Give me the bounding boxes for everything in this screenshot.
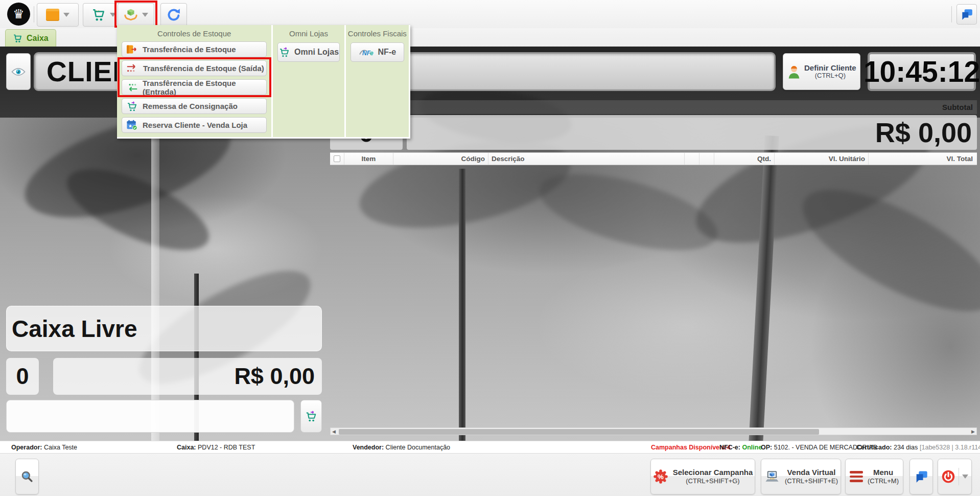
menu-item-label: NF-e: [378, 48, 396, 57]
column-header-spacer1: [685, 153, 699, 165]
menu-item-transferencia-estoque[interactable]: Transferência de Estoque: [122, 41, 267, 57]
toolbar-divider: [951, 6, 952, 22]
status-operator: Operador: Caixa Teste: [11, 444, 77, 451]
dropdown-column-stock: Controles de Estoque Transferência de Es…: [117, 25, 271, 137]
menu-item-reserva-cliente[interactable]: Reserva Cliente - Venda Loja: [122, 117, 267, 133]
cart-icon: [13, 34, 22, 43]
calendar-check-icon: [126, 120, 138, 130]
status-nfce: NFC-e: Online: [719, 444, 762, 451]
sale-subtotal-value: R$ 0,00: [407, 115, 977, 150]
button-divider: [959, 468, 959, 485]
menu-item-label: Transfêrencia de Estoque (Saída): [143, 64, 264, 73]
virtual-sale-label: Venda Virtual: [787, 468, 836, 477]
dropdown-column-omni: Omni Lojas Omni Lojas: [273, 25, 344, 137]
status-operator-value: Caixa Teste: [44, 444, 77, 451]
hands-box-icon: [124, 8, 138, 21]
define-client-button[interactable]: Definir Cliente (CTRL+Q): [783, 53, 860, 90]
column-label: Código: [461, 155, 485, 163]
column-header-vl-unitario[interactable]: Vl. Unitário: [775, 153, 869, 165]
status-version: [1abe5328 | 3.18.r11454.0]: [920, 444, 980, 451]
column-label: Item: [362, 155, 376, 163]
menu-button[interactable]: Menu (CTRL+M): [845, 459, 903, 494]
left-item-count: 0: [6, 358, 39, 395]
status-certificate-value: 234 dias: [894, 444, 918, 451]
tab-caixa-label: Caixa: [27, 34, 49, 43]
dropdown-column-fiscal: Controles Fiscais NF e NF-e: [346, 25, 409, 137]
chat-button[interactable]: [909, 459, 933, 494]
menu-item-nfe[interactable]: NF e NF-e: [351, 42, 404, 62]
column-header-qtd[interactable]: Qtd.: [714, 153, 775, 165]
left-total-amount: R$ 0,00: [234, 363, 315, 390]
svg-text:e: e: [370, 50, 374, 57]
status-vendor-label: Vendedor:: [353, 444, 384, 451]
support-chat-button[interactable]: [956, 4, 977, 25]
menu-item-remessa-consignacao[interactable]: Remessa de Consignação: [122, 98, 267, 114]
toggle-privacy-button[interactable]: [6, 53, 31, 90]
column-header-spacer2: [699, 153, 714, 165]
status-op-label: OP:: [761, 444, 772, 451]
virtual-sale-button[interactable]: Venda Virtual (CTRL+SHIFT+E): [761, 459, 841, 494]
scroll-left-arrow[interactable]: ◀: [331, 429, 337, 434]
eye-icon: [11, 67, 26, 77]
crown-icon: ♛: [13, 7, 24, 21]
define-client-label: Definir Cliente: [804, 63, 856, 72]
tab-caixa[interactable]: Caixa: [5, 29, 56, 47]
select-campaign-button[interactable]: % Selecionar Campanha (CTRL+SHIFT+G): [650, 459, 755, 494]
scroll-right-arrow[interactable]: ▶: [970, 429, 976, 434]
app-logo: ♛: [7, 3, 30, 26]
menu-item-label: Omni Lojas: [294, 48, 339, 57]
add-to-cart-button[interactable]: [300, 400, 322, 433]
power-button[interactable]: [938, 459, 972, 494]
power-icon: [941, 469, 955, 484]
status-register: Caixa: PDV12 - RDB TEST: [177, 444, 255, 451]
dropdown-header: Omni Lojas: [273, 28, 344, 41]
menu-item-label: Transfêrencia de Estoque (Entrada): [143, 79, 266, 96]
left-total-value: R$ 0,00: [53, 358, 322, 395]
register-status-banner: Caixa Livre: [6, 306, 322, 351]
arrows-out-icon: [126, 63, 138, 74]
column-label: Descrição: [492, 155, 525, 163]
chevron-down-icon: [63, 13, 69, 17]
select-campaign-label: Selecionar Campanha: [673, 468, 753, 477]
menu-item-label: Remessa de Consignação: [143, 102, 238, 110]
refresh-button[interactable]: [160, 3, 187, 27]
status-certificate: Certificado: 234 dias: [856, 444, 918, 451]
magnifier-icon: [20, 470, 34, 483]
column-header-vl-total[interactable]: Vl. Total: [869, 153, 976, 165]
left-item-count-value: 0: [16, 363, 29, 390]
register-status-text: Caixa Livre: [12, 315, 137, 343]
chat-bubbles-icon: [914, 470, 928, 483]
chevron-down-icon: [142, 13, 148, 17]
select-all-checkbox[interactable]: [334, 155, 340, 162]
column-header-descricao[interactable]: Descrição: [488, 153, 685, 165]
define-client-shortcut: (CTRL+Q): [815, 72, 846, 80]
laptop-cube-icon: [764, 470, 780, 483]
dropdown-header: Controles Fiscais: [346, 28, 409, 41]
column-label: Vl. Unitário: [829, 155, 865, 163]
items-table-header: Item Código Descrição Qtd. Vl. Unitário …: [330, 152, 977, 165]
status-nfce-label: NFC-e:: [719, 444, 740, 451]
sale-subtotal-amount: R$ 0,00: [875, 117, 972, 148]
menu-item-transferencia-entrada[interactable]: Transfêrencia de Estoque (Entrada): [122, 79, 267, 95]
svg-text:%: %: [658, 473, 664, 481]
menu-item-omni-lojas[interactable]: Omni Lojas: [277, 42, 339, 62]
chat-bubbles-icon: [960, 8, 973, 20]
box-icon: [46, 9, 59, 21]
bottom-action-bar: % Selecionar Campanha (CTRL+SHIFT+G) Ven…: [0, 453, 980, 496]
clock-display: 10:45:12: [868, 52, 976, 91]
virtual-sale-shortcut: (CTRL+SHIFT+E): [785, 477, 838, 485]
scrollbar-thumb[interactable]: [339, 429, 819, 435]
cart-arrow-icon: [126, 101, 138, 112]
column-header-item[interactable]: Item: [344, 153, 393, 165]
cart-arrow-icon: [305, 410, 317, 422]
search-product-button[interactable]: [15, 459, 39, 494]
dropdown-header: Controles de Estoque: [117, 28, 271, 41]
menu-item-transferencia-saida[interactable]: Transfêrencia de Estoque (Saída): [122, 60, 267, 76]
menu-shortcut: (CTRL+M): [868, 477, 899, 485]
product-code-input[interactable]: [6, 400, 294, 433]
stock-controls-menu-button[interactable]: [118, 3, 154, 27]
items-table-hscrollbar[interactable]: ◀ ▶: [330, 427, 977, 435]
column-header-codigo[interactable]: Código: [393, 153, 488, 165]
products-menu-button[interactable]: [37, 3, 79, 27]
select-all-cell: [330, 153, 344, 165]
